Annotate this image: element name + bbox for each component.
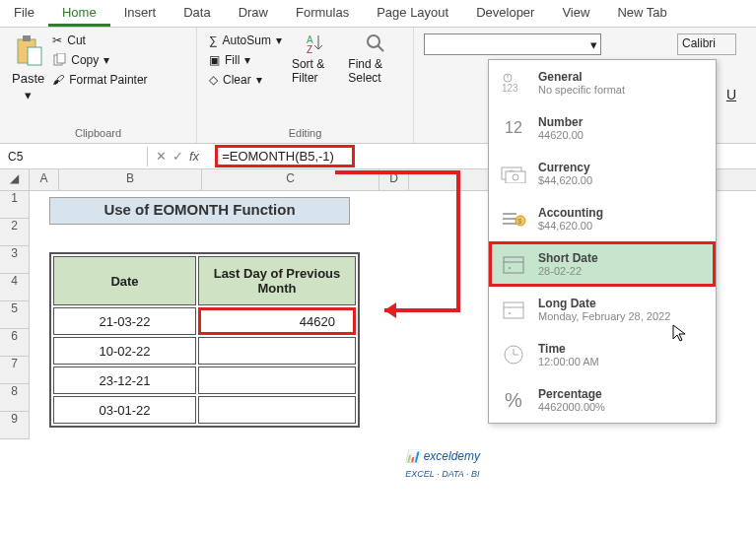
option-sub: 12:00:00 AM bbox=[538, 356, 599, 367]
enter-icon[interactable]: ✓ bbox=[172, 149, 183, 164]
option-sub: No specific format bbox=[538, 84, 625, 96]
name-box[interactable]: C5 bbox=[0, 147, 148, 167]
format-option-general[interactable]: 123 GeneralNo specific format bbox=[489, 60, 716, 105]
cancel-icon[interactable]: ✕ bbox=[156, 149, 167, 164]
eraser-icon: ◇ bbox=[209, 73, 218, 87]
sigma-icon: ∑ bbox=[209, 33, 218, 47]
format-option-accounting[interactable]: $ Accounting$44,620.00 bbox=[489, 196, 716, 241]
row-header[interactable]: 5 bbox=[0, 301, 30, 329]
tab-home[interactable]: Home bbox=[48, 0, 110, 27]
find-label: Find & Select bbox=[348, 57, 403, 85]
option-sub: $44,620.00 bbox=[538, 174, 592, 186]
row-header[interactable]: 6 bbox=[0, 329, 30, 357]
tab-draw[interactable]: Draw bbox=[225, 0, 282, 27]
svg-text:$: $ bbox=[517, 217, 522, 226]
row-header[interactable]: 4 bbox=[0, 274, 30, 301]
format-option-short-date[interactable]: Short Date28-02-22 bbox=[489, 241, 716, 287]
editing-group-label: Editing bbox=[207, 127, 403, 139]
select-all-corner[interactable]: ◢ bbox=[0, 169, 30, 190]
format-option-percentage[interactable]: % Percentage4462000.00% bbox=[489, 377, 716, 423]
option-sub: $44,620.00 bbox=[538, 220, 603, 232]
row-header[interactable]: 8 bbox=[0, 384, 30, 412]
cut-label: Cut bbox=[67, 33, 86, 47]
svg-text:Z: Z bbox=[307, 44, 312, 55]
tab-new[interactable]: New Tab bbox=[603, 0, 680, 27]
tab-file[interactable]: File bbox=[0, 0, 48, 27]
chevron-down-icon: ▾ bbox=[276, 33, 282, 47]
copy-icon bbox=[52, 53, 66, 67]
format-painter-button[interactable]: 🖌 Format Painter bbox=[50, 71, 149, 89]
fill-button[interactable]: ▣Fill ▾ bbox=[207, 51, 284, 69]
formula-buttons: ✕ ✓ fx bbox=[148, 149, 207, 164]
option-sub: Monday, February 28, 2022 bbox=[538, 310, 670, 322]
chevron-down-icon: ▾ bbox=[244, 53, 250, 67]
brush-icon: 🖌 bbox=[52, 73, 64, 87]
cell-date[interactable]: 21-03-22 bbox=[53, 307, 196, 335]
autosum-label: AutoSum bbox=[223, 33, 271, 47]
svg-rect-4 bbox=[57, 53, 65, 63]
svg-point-23 bbox=[509, 267, 511, 269]
format-option-currency[interactable]: Currency$44,620.00 bbox=[489, 151, 716, 196]
option-name: Time bbox=[538, 342, 599, 356]
cell-date[interactable]: 03-01-22 bbox=[53, 396, 196, 424]
format-painter-label: Format Painter bbox=[69, 73, 147, 87]
copy-label: Copy bbox=[71, 53, 99, 67]
row-header[interactable]: 9 bbox=[0, 412, 30, 439]
cell-date[interactable]: 10-02-22 bbox=[53, 337, 196, 365]
percent-icon: % bbox=[499, 385, 528, 415]
row-header[interactable]: 3 bbox=[0, 246, 30, 274]
header-date: Date bbox=[53, 256, 196, 305]
underline-button[interactable]: U bbox=[726, 87, 736, 102]
option-name: Long Date bbox=[538, 297, 670, 310]
option-name: Accounting bbox=[538, 206, 603, 220]
col-header-b[interactable]: B bbox=[59, 169, 202, 190]
number-format-combo[interactable]: ▾ bbox=[424, 33, 601, 55]
paste-button[interactable]: Paste ▾ bbox=[10, 32, 46, 104]
cut-button[interactable]: ✂ Cut bbox=[50, 32, 149, 49]
option-sub: 28-02-22 bbox=[538, 265, 598, 277]
autosum-button[interactable]: ∑AutoSum ▾ bbox=[207, 32, 284, 49]
clear-label: Clear bbox=[223, 73, 251, 87]
cell-val[interactable] bbox=[198, 396, 356, 424]
number-format-dropdown: 123 GeneralNo specific format 12 Number4… bbox=[488, 59, 717, 424]
general-icon: 123 bbox=[499, 68, 528, 98]
svg-text:123: 123 bbox=[502, 83, 518, 94]
tab-page-layout[interactable]: Page Layout bbox=[363, 0, 462, 27]
paste-icon bbox=[14, 33, 43, 69]
row-header[interactable]: 7 bbox=[0, 357, 30, 384]
ribbon-group-clipboard: Paste ▾ ✂ Cut Copy ▾ 🖌 Format Painter bbox=[0, 28, 197, 143]
find-select-button[interactable]: Find & Select bbox=[348, 32, 403, 89]
chevron-down-icon: ▾ bbox=[590, 37, 597, 52]
mouse-cursor-icon bbox=[671, 323, 687, 343]
chevron-down-icon: ▾ bbox=[103, 53, 109, 67]
svg-rect-14 bbox=[506, 171, 525, 183]
option-name: Currency bbox=[538, 161, 592, 174]
cell-date[interactable]: 23-12-21 bbox=[53, 366, 196, 394]
tab-developer[interactable]: Developer bbox=[462, 0, 548, 27]
sort-filter-button[interactable]: AZ Sort & Filter bbox=[292, 32, 340, 89]
row-header[interactable]: 2 bbox=[0, 219, 30, 246]
clear-button[interactable]: ◇Clear ▾ bbox=[207, 71, 284, 89]
cell-val[interactable] bbox=[198, 366, 356, 394]
tab-formulas[interactable]: Formulas bbox=[282, 0, 363, 27]
copy-button[interactable]: Copy ▾ bbox=[50, 51, 149, 69]
option-sub: 4462000.00% bbox=[538, 401, 605, 413]
ribbon-group-editing: ∑AutoSum ▾ ▣Fill ▾ ◇Clear ▾ AZ Sort & Fi… bbox=[197, 28, 414, 143]
sort-label: Sort & Filter bbox=[292, 57, 340, 85]
tab-insert[interactable]: Insert bbox=[110, 0, 171, 27]
clock-icon bbox=[499, 340, 528, 369]
tab-view[interactable]: View bbox=[548, 0, 603, 27]
scissors-icon: ✂ bbox=[52, 33, 62, 47]
option-sub: 44620.00 bbox=[538, 129, 584, 141]
chevron-down-icon: ▾ bbox=[25, 88, 32, 102]
row-header[interactable]: 1 bbox=[0, 191, 30, 219]
sort-icon: AZ bbox=[305, 32, 328, 55]
fx-icon[interactable]: fx bbox=[189, 149, 199, 164]
annotation-arrow bbox=[306, 167, 473, 345]
font-name-combo[interactable]: Calibri bbox=[677, 33, 736, 55]
option-name: Short Date bbox=[538, 251, 598, 265]
format-option-number[interactable]: 12 Number44620.00 bbox=[489, 105, 716, 151]
col-header-a[interactable]: A bbox=[30, 169, 59, 190]
svg-rect-1 bbox=[23, 35, 31, 41]
tab-data[interactable]: Data bbox=[170, 0, 224, 27]
